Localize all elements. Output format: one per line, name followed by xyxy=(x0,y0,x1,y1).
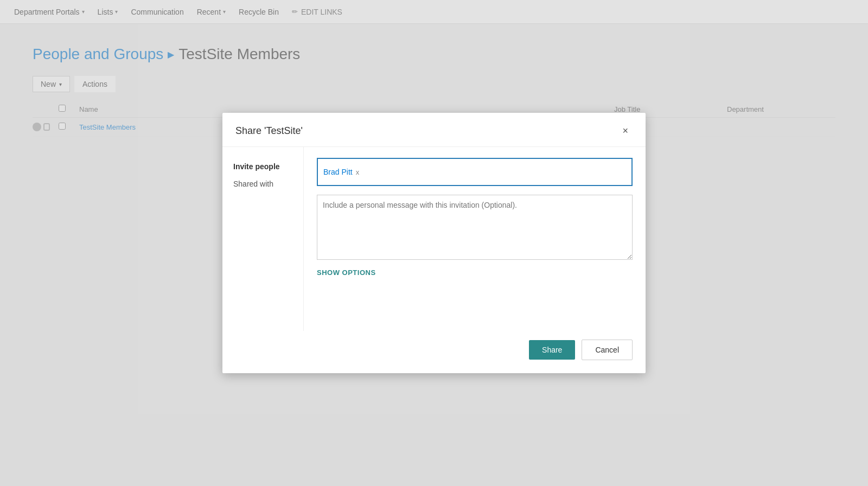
show-options-link[interactable]: SHOW OPTIONS xyxy=(317,268,633,277)
modal-footer: Share Cancel xyxy=(222,331,646,373)
modal-header: Share 'TestSite' × xyxy=(222,113,646,147)
person-tag-remove[interactable]: x xyxy=(356,168,360,176)
share-button[interactable]: Share xyxy=(529,340,575,360)
share-modal: Share 'TestSite' × Invite people Shared … xyxy=(222,113,646,373)
sidebar-item-shared-with[interactable]: Shared with xyxy=(222,175,303,193)
modal-main: Brad Pitt x SHOW OPTIONS xyxy=(304,147,646,331)
person-tag-name: Brad Pitt xyxy=(323,168,353,176)
message-textarea[interactable] xyxy=(317,195,633,260)
cancel-button[interactable]: Cancel xyxy=(582,340,633,360)
person-tag-brad-pitt: Brad Pitt x xyxy=(323,168,359,176)
modal-overlay: Share 'TestSite' × Invite people Shared … xyxy=(0,0,868,486)
modal-body: Invite people Shared with Brad Pitt x SH… xyxy=(222,147,646,331)
people-input-box[interactable]: Brad Pitt x xyxy=(317,158,633,186)
sidebar-item-invite-people[interactable]: Invite people xyxy=(222,158,303,175)
modal-sidebar: Invite people Shared with xyxy=(222,147,304,331)
modal-title: Share 'TestSite' xyxy=(235,125,303,137)
modal-close-button[interactable]: × xyxy=(618,124,633,138)
